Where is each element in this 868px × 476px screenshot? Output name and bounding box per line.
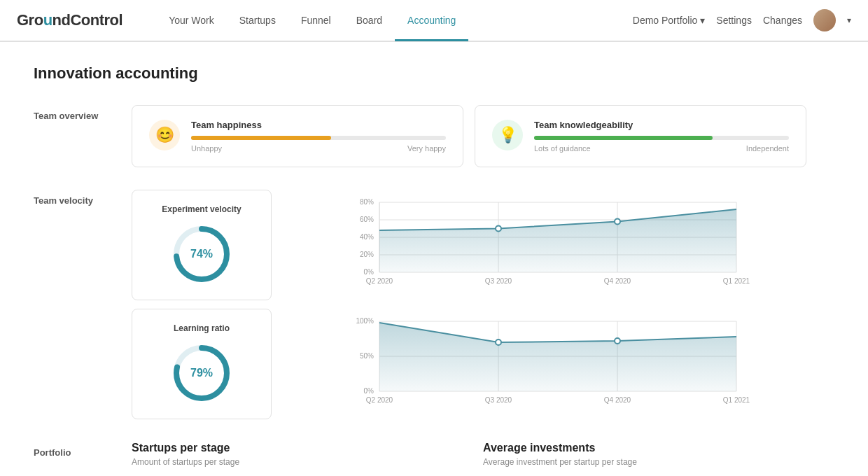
portfolio-section: Portfolio Startups per stage Amount of s… (34, 442, 806, 476)
experiment-velocity-title: Experiment velocity (162, 204, 241, 214)
knowledgeability-card: 💡 Team knowledgeability Lots of guidance… (475, 105, 806, 167)
logo[interactable]: GroundControl (17, 11, 122, 29)
experiment-area-chart: 80% 60% 40% 20% 0% (288, 195, 806, 293)
learning-ratio-card: Learning ratio 79% (132, 309, 272, 419)
experiment-velocity-card: Experiment velocity 74% (132, 190, 272, 300)
happiness-progress-bar (191, 136, 331, 140)
overview-cards: 😊 Team happiness Unhappy Very happy 💡 Te (132, 105, 806, 167)
x2-label-q1-2021: Q1 2021 (723, 396, 750, 404)
y-label-20: 20% (360, 251, 374, 258)
team-velocity-label: Team velocity (34, 190, 132, 206)
knowledgeability-left-label: Lots of guidance (534, 144, 591, 153)
page-title: Innovation accounting (34, 64, 806, 83)
startups-per-stage-title: Startups per stage (132, 442, 455, 454)
learning-point-q3 (496, 340, 501, 345)
happiness-left-label: Unhappy (191, 144, 222, 153)
experiment-area-fill (379, 209, 736, 272)
avg-investments-subtitle: Average investment per startup per stage (483, 457, 806, 467)
knowledgeability-right-label: Independent (746, 144, 789, 153)
experiment-velocity-row: Experiment velocity 74% (132, 190, 806, 300)
x-label-q3-2020: Q3 2020 (485, 277, 512, 285)
happiness-title: Team happiness (191, 120, 446, 130)
avg-investments-card: Average investments Average investment p… (483, 442, 806, 476)
x2-label-q2-2020: Q2 2020 (366, 396, 393, 404)
experiment-point-q3 (496, 226, 501, 232)
nav-accounting[interactable]: Accounting (395, 0, 468, 41)
navbar: GroundControl Your Work Startups Funnel … (0, 0, 868, 42)
portfolio-label: Portfolio (34, 442, 132, 458)
avatar-chevron-icon: ▾ (847, 15, 851, 25)
knowledgeability-content: Team knowledgeability Lots of guidance I… (534, 120, 789, 153)
x2-label-q4-2020: Q4 2020 (604, 396, 631, 404)
chevron-down-icon: ▾ (700, 15, 705, 26)
happiness-labels: Unhappy Very happy (191, 144, 446, 153)
nav-startups[interactable]: Startups (227, 0, 288, 41)
portfolio-cards: Startups per stage Amount of startups pe… (132, 442, 806, 476)
knowledgeability-progress-container (534, 136, 789, 140)
settings-link[interactable]: Settings (716, 15, 752, 26)
learning-point-q4 (615, 338, 620, 344)
y2-label-50: 50% (360, 352, 374, 360)
changes-link[interactable]: Changes (763, 15, 802, 26)
y2-label-100: 100% (356, 317, 374, 325)
nav-board[interactable]: Board (344, 0, 395, 41)
nav-right: Demo Portfolio ▾ Settings Changes ▾ (633, 9, 851, 31)
knowledgeability-labels: Lots of guidance Independent (534, 144, 789, 153)
nav-your-work[interactable]: Your Work (156, 0, 227, 41)
knowledgeability-title: Team knowledgeability (534, 120, 789, 130)
y-label-40: 40% (360, 233, 374, 241)
nav-funnel[interactable]: Funnel (288, 0, 344, 41)
happiness-progress-container (191, 136, 446, 140)
happiness-card: 😊 Team happiness Unhappy Very happy (132, 105, 463, 167)
experiment-chart-wrap: 80% 60% 40% 20% 0% (272, 190, 806, 300)
happiness-right-label: Very happy (407, 144, 446, 153)
team-overview-section: Team overview 😊 Team happiness Unhappy V… (34, 105, 806, 167)
learning-area-fill (379, 323, 736, 391)
learning-ratio-value: 79% (190, 367, 213, 379)
learning-ratio-donut: 79% (170, 342, 233, 405)
learning-chart-wrap: 100% 50% 0% (272, 309, 806, 419)
y-label-60: 60% (360, 216, 374, 223)
x-label-q4-2020: Q4 2020 (604, 277, 631, 285)
main-content: Innovation accounting Team overview 😊 Te… (0, 42, 840, 476)
y2-label-0: 0% (364, 387, 374, 395)
experiment-point-q4 (615, 219, 620, 225)
x2-label-q3-2020: Q3 2020 (485, 396, 512, 404)
team-velocity-section: Team velocity Experiment velocity 74% (34, 190, 806, 419)
learning-area-chart: 100% 50% 0% (288, 314, 806, 412)
startups-per-stage-card: Startups per stage Amount of startups pe… (132, 442, 455, 476)
happiness-icon: 😊 (149, 120, 180, 150)
x-label-q2-2020: Q2 2020 (366, 277, 393, 285)
happiness-content: Team happiness Unhappy Very happy (191, 120, 446, 153)
startups-per-stage-subtitle: Amount of startups per stage (132, 457, 455, 467)
learning-ratio-row: Learning ratio 79% (132, 309, 806, 419)
knowledgeability-icon: 💡 (492, 120, 523, 150)
avg-investments-title: Average investments (483, 442, 806, 454)
learning-ratio-title: Learning ratio (174, 323, 230, 333)
experiment-velocity-donut: 74% (170, 223, 233, 286)
experiment-velocity-value: 74% (190, 248, 213, 260)
knowledgeability-progress-bar (534, 136, 713, 140)
avatar[interactable] (813, 9, 836, 31)
x-label-q1-2021: Q1 2021 (723, 277, 750, 285)
team-overview-label: Team overview (34, 105, 132, 121)
y-label-0: 0% (364, 268, 374, 276)
nav-links: Your Work Startups Funnel Board Accounti… (156, 0, 468, 41)
y-label-80: 80% (360, 198, 374, 206)
demo-portfolio-dropdown[interactable]: Demo Portfolio ▾ (633, 15, 706, 26)
velocity-content: Experiment velocity 74% (132, 190, 806, 419)
